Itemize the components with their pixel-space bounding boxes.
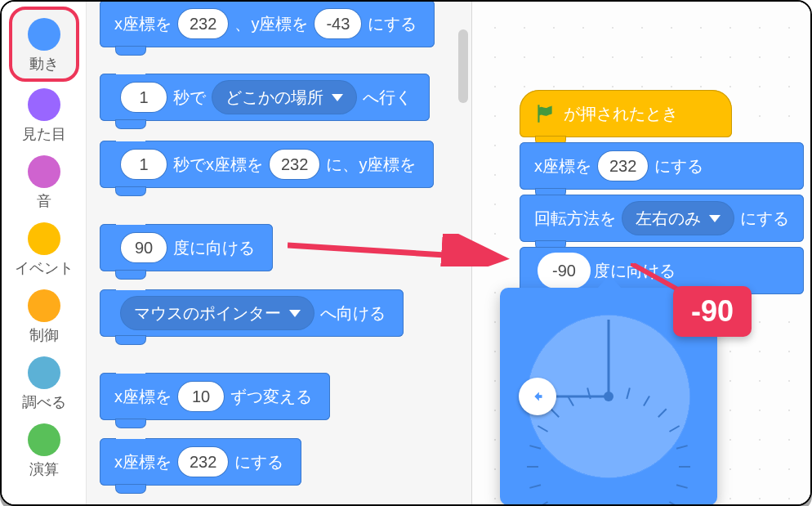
input-x[interactable]: 232 [270, 150, 319, 179]
palette-scrollbar[interactable] [458, 29, 468, 103]
block-point-towards[interactable]: マウスのポインター へ向ける [100, 289, 404, 337]
block-text: にする [368, 13, 417, 35]
block-text: に、y座標を [326, 154, 416, 176]
category-control[interactable]: 制御 [9, 283, 79, 350]
category-motion[interactable]: 動き [9, 7, 79, 82]
category-sound[interactable]: 音 [9, 149, 79, 216]
arrow-left-icon [529, 387, 547, 405]
motion-dot-icon [28, 18, 60, 51]
block-set-x[interactable]: x座標を 232 にする [100, 438, 301, 486]
block-text: x座標を [114, 451, 172, 473]
hat-label: が押されたとき [564, 103, 678, 125]
category-column: 動き 見た目 音 イベント 制御 調べる 演算 [2, 2, 87, 504]
cat-label: 調べる [22, 392, 66, 412]
dropdown-target[interactable]: マウスのポインター [121, 297, 314, 329]
block-text: にする [234, 451, 283, 473]
block-when-flag-clicked[interactable]: が押されたとき [520, 90, 732, 137]
block-set-x[interactable]: x座標を 232 にする [520, 142, 804, 190]
dropdown-label: どこかの場所 [225, 87, 323, 109]
block-goto-xy[interactable]: x座標を 232 、y座標を -43 にする [100, 2, 435, 47]
events-dot-icon [28, 222, 60, 255]
svg-rect-0 [537, 395, 542, 398]
dropdown-target[interactable]: どこかの場所 [212, 81, 356, 114]
block-point-direction[interactable]: 90 度に向ける [100, 224, 273, 271]
direction-knob[interactable] [519, 378, 556, 415]
block-text: ずつ変える [230, 386, 312, 408]
category-looks[interactable]: 見た目 [9, 82, 79, 149]
dial-center [604, 392, 613, 401]
block-palette: x座標を 232 、y座標を -43 にする 1 秒で どこかの場所 へ行く 1… [87, 2, 472, 504]
category-operators[interactable]: 演算 [9, 417, 79, 484]
block-text: 秒でx座標を [173, 154, 263, 176]
input-x[interactable]: 232 [178, 447, 228, 477]
dropdown-label: マウスのポインター [134, 302, 281, 325]
category-sensing[interactable]: 調べる [9, 350, 79, 417]
input-x[interactable]: 232 [178, 9, 228, 38]
category-events[interactable]: イベント [9, 216, 79, 283]
block-text: x座標を [534, 155, 591, 177]
input-secs[interactable]: 1 [121, 150, 167, 179]
operators-dot-icon [28, 423, 60, 456]
input-direction[interactable]: -90 [541, 256, 587, 285]
input-direction[interactable]: 90 [121, 233, 167, 262]
block-set-rotation-style[interactable]: 回転方法を 左右のみ にする [520, 195, 804, 242]
input-y[interactable]: -43 [315, 9, 361, 38]
block-text: 回転方法を [534, 208, 616, 230]
looks-dot-icon [28, 88, 60, 121]
block-text: x座標を [114, 13, 172, 35]
block-text: 度に向ける [173, 237, 255, 259]
chevron-down-icon [332, 94, 343, 101]
block-text: へ向ける [320, 302, 386, 325]
chevron-down-icon [289, 310, 301, 317]
annotation-callout: -90 [673, 286, 752, 337]
block-text: 秒で [173, 87, 206, 109]
cat-label: イベント [15, 258, 74, 278]
block-glide-to[interactable]: 1 秒で どこかの場所 へ行く [100, 74, 430, 121]
input-secs[interactable]: 1 [121, 83, 167, 112]
block-text: へ行く [363, 87, 412, 109]
input-dx[interactable]: 10 [178, 382, 224, 411]
dial-hand-up [608, 320, 610, 396]
input-x[interactable]: 232 [598, 151, 648, 181]
dropdown-rotation-style[interactable]: 左右のみ [622, 202, 734, 235]
green-flag-icon [534, 103, 555, 124]
chevron-down-icon [709, 215, 721, 222]
control-dot-icon [28, 289, 60, 322]
cat-label: 音 [37, 191, 51, 211]
block-change-x[interactable]: x座標を 10 ずつ変える [100, 373, 330, 420]
block-text: にする [740, 208, 789, 230]
direction-dial[interactable] [527, 315, 690, 478]
sensing-dot-icon [28, 356, 60, 389]
block-glide-to-xy[interactable]: 1 秒でx座標を 232 に、y座標を [100, 141, 434, 188]
cat-label: 見た目 [22, 124, 66, 144]
cat-label: 演算 [29, 459, 59, 479]
block-text: にする [654, 155, 703, 177]
script-stack[interactable]: が押されたとき x座標を 232 にする 回転方法を 左右のみ にする -90 … [520, 90, 804, 294]
block-text: x座標を [114, 386, 172, 408]
cat-label: 制御 [29, 325, 59, 345]
cat-label: 動き [29, 54, 59, 74]
callout-text: -90 [691, 294, 734, 328]
block-text: 、y座標を [234, 13, 308, 35]
dropdown-label: 左右のみ [636, 208, 701, 230]
sound-dot-icon [28, 155, 60, 188]
